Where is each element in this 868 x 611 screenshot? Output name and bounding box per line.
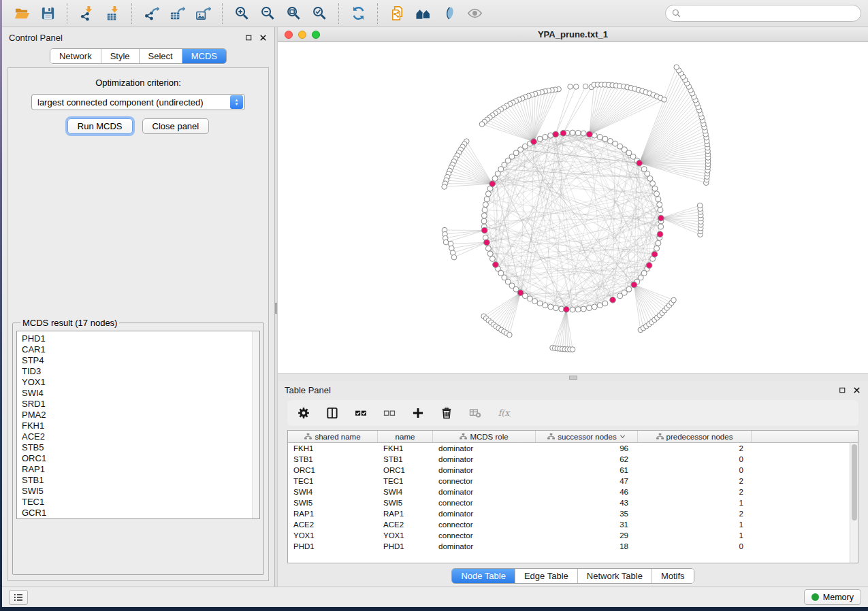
list-item[interactable]: STB5 bbox=[22, 442, 252, 453]
table-row[interactable]: PHD1PHD1dominator180 bbox=[288, 541, 858, 552]
search-input[interactable] bbox=[685, 9, 855, 18]
cell-name: PHD1 bbox=[378, 542, 433, 550]
run-mcds-button[interactable]: Run MCDS bbox=[67, 118, 133, 134]
table-row[interactable]: ACE2ACE2connector311 bbox=[288, 519, 858, 530]
cell-shared_name: ORC1 bbox=[288, 466, 378, 474]
delete-column-icon[interactable] bbox=[438, 404, 455, 422]
hide-panel-icon bbox=[463, 3, 486, 24]
cell-shared_name: TEC1 bbox=[288, 477, 378, 485]
zoom-in-icon[interactable] bbox=[230, 3, 253, 24]
vertical-splitter[interactable] bbox=[274, 27, 278, 587]
cell-shared_name: SWI4 bbox=[288, 488, 378, 496]
settings-icon[interactable] bbox=[295, 404, 312, 422]
list-item[interactable]: SRD1 bbox=[22, 399, 252, 410]
column-header-name[interactable]: name bbox=[378, 431, 433, 442]
table-body: FKH1FKH1dominator962STB1STB1dominator620… bbox=[288, 443, 858, 563]
export-network-icon[interactable] bbox=[140, 3, 163, 24]
table-row[interactable]: SWI4SWI4dominator462 bbox=[288, 486, 858, 497]
deselect-all-columns-icon[interactable] bbox=[381, 404, 398, 422]
list-item[interactable]: TEC1 bbox=[22, 497, 252, 508]
search-box[interactable] bbox=[665, 5, 861, 22]
graphics-details-icon[interactable] bbox=[437, 3, 460, 24]
main-toolbar bbox=[2, 0, 868, 27]
close-panel-icon[interactable] bbox=[852, 386, 861, 395]
open-file-icon[interactable] bbox=[10, 3, 33, 24]
column-header-shared-name[interactable]: shared name bbox=[288, 431, 378, 442]
table-row[interactable]: YOX1YOX1connector291 bbox=[288, 530, 858, 541]
result-list-scrollbar[interactable] bbox=[252, 331, 259, 518]
cell-predecessor_nodes: 1 bbox=[638, 521, 752, 529]
toolbar-separator bbox=[131, 3, 132, 24]
export-image-icon[interactable] bbox=[191, 3, 214, 24]
list-item[interactable]: TID3 bbox=[22, 366, 252, 377]
list-item[interactable]: STB1 bbox=[22, 475, 252, 486]
window-zoom-button[interactable] bbox=[312, 31, 320, 39]
add-column-icon[interactable] bbox=[410, 404, 426, 422]
export-table-icon[interactable] bbox=[165, 3, 189, 24]
list-item[interactable]: STP4 bbox=[22, 355, 252, 366]
save-session-icon[interactable] bbox=[36, 3, 59, 24]
window-minimize-button[interactable] bbox=[298, 31, 306, 39]
cell-mcds_role: connector bbox=[433, 531, 536, 540]
table-row[interactable]: TEC1TEC1connector472 bbox=[288, 476, 858, 486]
horizontal-splitter[interactable] bbox=[278, 373, 868, 381]
tab-mcds[interactable]: MCDS bbox=[182, 49, 226, 63]
table-row[interactable]: SWI5SWI5connector431 bbox=[288, 497, 858, 508]
list-item[interactable]: GCR1 bbox=[22, 508, 252, 518]
table-row[interactable]: STB1STB1dominator620 bbox=[288, 454, 858, 465]
tab-node-table[interactable]: Node Table bbox=[452, 569, 515, 583]
splitter-handle[interactable] bbox=[275, 303, 277, 314]
tab-edge-table[interactable]: Edge Table bbox=[515, 569, 577, 583]
cell-predecessor_nodes: 2 bbox=[638, 477, 752, 485]
column-header-mcds-role[interactable]: MCDS role bbox=[433, 431, 536, 442]
optimization-criterion-label: Optimization criterion: bbox=[12, 78, 264, 88]
zoom-out-icon[interactable] bbox=[256, 3, 279, 24]
table-scrollbar[interactable] bbox=[850, 443, 858, 563]
float-panel-icon[interactable] bbox=[244, 33, 253, 42]
list-item[interactable]: FKH1 bbox=[22, 420, 252, 431]
column-header-predecessor-nodes[interactable]: predecessor nodes bbox=[638, 431, 752, 442]
network-overview-icon[interactable] bbox=[411, 3, 434, 24]
tab-motifs[interactable]: Motifs bbox=[652, 569, 694, 583]
column-header-successor-nodes[interactable]: successor nodes bbox=[536, 431, 638, 442]
cell-successor_nodes: 96 bbox=[536, 444, 638, 452]
show-panels-button[interactable] bbox=[9, 590, 28, 605]
list-item[interactable]: PMA2 bbox=[22, 410, 252, 420]
refresh-icon[interactable] bbox=[347, 3, 370, 24]
list-item[interactable]: ORC1 bbox=[22, 453, 252, 464]
memory-button[interactable]: Memory bbox=[804, 589, 861, 605]
list-item[interactable]: CAR1 bbox=[22, 344, 252, 355]
list-item[interactable]: RAP1 bbox=[22, 464, 252, 475]
clone-network-icon[interactable] bbox=[385, 3, 408, 24]
splitter-handle[interactable] bbox=[569, 376, 577, 380]
list-item[interactable]: ACE2 bbox=[22, 431, 252, 442]
list-item[interactable]: PHD1 bbox=[22, 333, 252, 344]
tab-network-table[interactable]: Network Table bbox=[577, 569, 652, 583]
close-panel-icon[interactable] bbox=[259, 33, 268, 42]
optimization-criterion-select[interactable]: largest connected component (undirected)… bbox=[31, 94, 245, 110]
scrollbar-thumb[interactable] bbox=[852, 444, 857, 521]
close-panel-button[interactable]: Close panel bbox=[142, 118, 210, 134]
table-row[interactable]: FKH1FKH1dominator962 bbox=[288, 443, 858, 454]
network-graph[interactable] bbox=[278, 42, 868, 373]
columns-icon[interactable] bbox=[324, 404, 340, 422]
tab-select[interactable]: Select bbox=[139, 49, 182, 63]
tab-style[interactable]: Style bbox=[101, 49, 139, 63]
select-all-columns-icon[interactable] bbox=[353, 404, 369, 422]
float-panel-icon[interactable] bbox=[838, 386, 847, 395]
zoom-fit-icon[interactable] bbox=[282, 3, 305, 24]
mcds-result-list: PHD1CAR1STP4TID3YOX1SWI4SRD1PMA2FKH1ACE2… bbox=[17, 331, 252, 518]
import-table-icon[interactable] bbox=[101, 3, 124, 24]
cell-name: ORC1 bbox=[378, 466, 433, 474]
list-item[interactable]: YOX1 bbox=[22, 377, 252, 388]
cell-mcds_role: dominator bbox=[433, 455, 536, 463]
list-item[interactable]: SWI5 bbox=[22, 486, 252, 497]
network-canvas[interactable] bbox=[278, 42, 868, 373]
import-network-icon[interactable] bbox=[75, 3, 98, 24]
list-item[interactable]: SWI4 bbox=[22, 388, 252, 399]
table-row[interactable]: ORC1ORC1dominator610 bbox=[288, 465, 858, 476]
tab-network[interactable]: Network bbox=[50, 49, 101, 63]
window-close-button[interactable] bbox=[285, 31, 293, 39]
zoom-selected-icon[interactable] bbox=[308, 3, 331, 24]
table-row[interactable]: RAP1RAP1dominator352 bbox=[288, 508, 858, 519]
